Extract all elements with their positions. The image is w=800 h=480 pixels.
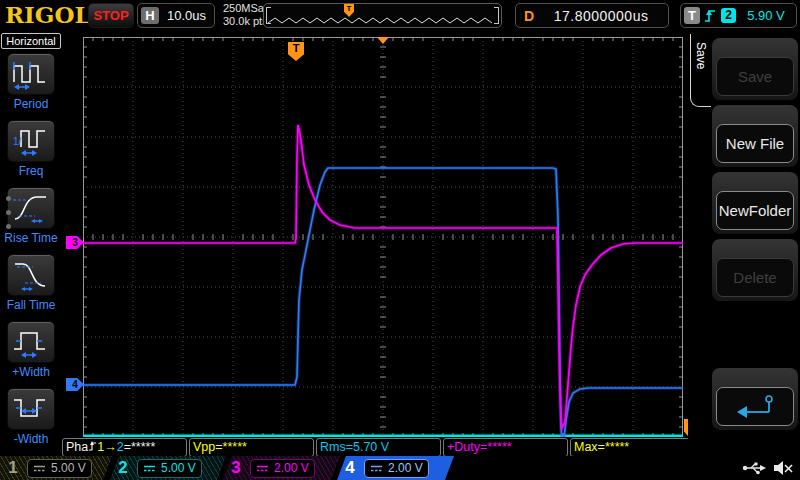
preview-wave-icon — [264, 5, 499, 26]
waveform-svg — [83, 37, 683, 437]
menu-item-minus-width[interactable]: -Width — [0, 388, 62, 454]
softkey-frame: New File — [712, 105, 798, 167]
horizontal-center-marker — [377, 37, 389, 50]
rising-edge-icon — [704, 7, 717, 24]
measurement-rms: Rms=5.70 V — [316, 438, 441, 457]
minus-width-icon — [11, 393, 51, 425]
save-button[interactable]: Save — [716, 57, 794, 96]
softkey-frame — [712, 368, 798, 430]
usb-icon — [742, 460, 766, 476]
measure-menu-title: Horizontal — [1, 33, 61, 49]
softkey-frame: Save — [712, 38, 798, 100]
return-arrow-icon — [733, 392, 777, 422]
channel4-position-marker[interactable]: 4 — [66, 378, 84, 391]
new-folder-button[interactable]: NewFolder — [716, 191, 794, 230]
channel1-status[interactable]: 1 5.00 V — [0, 456, 112, 480]
save-menu-tab[interactable]: Save — [690, 34, 711, 107]
softkey-frame: NewFolder — [712, 172, 798, 234]
horizontal-label: H — [141, 7, 159, 24]
plus-width-icon — [11, 326, 51, 358]
delay-box: D 17.8000000us — [515, 3, 669, 28]
waveform-preview: T — [263, 3, 502, 28]
rise-time-icon — [11, 192, 51, 224]
trigger-source-badge: 2 — [721, 8, 736, 23]
preview-window-bracket-right — [494, 7, 499, 24]
save-menu-panel: Save Save New File NewFolder Delete — [688, 30, 800, 456]
preview-window-bracket-left — [266, 7, 271, 24]
top-status-bar: RIGOL STOP H 10.0us 250MSa/s 30.0k pts T… — [0, 0, 800, 30]
channel-status-bar: 1 5.00 V 2 5.00 V 3 2.00 V 4 2.00 V — [0, 456, 800, 480]
new-file-button[interactable]: New File — [716, 124, 794, 163]
menu-item-plus-width[interactable]: +Width — [0, 321, 62, 387]
return-button[interactable] — [716, 387, 794, 426]
horizontal-timebase-box: H 10.0us — [137, 3, 215, 28]
trigger-label: T — [684, 7, 700, 24]
dc-coupling-icon — [33, 464, 46, 473]
dc-coupling-icon — [370, 464, 383, 473]
channel4-status[interactable]: 4 2.00 V — [337, 456, 454, 480]
svg-text:1/: 1/ — [13, 136, 22, 147]
delete-button[interactable]: Delete — [716, 258, 794, 297]
measurement-vpp: Vpp=***** — [189, 438, 314, 457]
delay-label: D — [524, 8, 534, 24]
trigger-level-value: 5.90 V — [736, 8, 796, 23]
run-state-badge: STOP — [88, 3, 134, 28]
delay-value: 17.8000000us — [534, 8, 668, 24]
fall-time-icon — [11, 259, 51, 291]
channel2-status[interactable]: 2 5.00 V — [110, 456, 226, 480]
menu-scroll-dot — [6, 224, 11, 229]
softkey-frame: Delete — [712, 239, 798, 301]
trigger-box: T 2 5.90 V — [680, 3, 797, 28]
measurement-max: Max=***** — [570, 438, 695, 457]
menu-item-fall-time[interactable]: Fall Time — [0, 254, 62, 320]
measurement-duty: +Duty=***** — [443, 438, 568, 457]
measure-menu: Horizontal Period 1/ Freq Rise Time — [0, 31, 62, 456]
dc-coupling-icon — [256, 464, 269, 473]
dc-coupling-icon — [143, 464, 156, 473]
rising-edge-icon — [88, 440, 97, 452]
speaker-muted-icon — [772, 459, 794, 477]
channel3-position-marker[interactable]: 3 — [66, 236, 84, 249]
waveform-display — [83, 37, 683, 437]
measurement-phase: Pha1→2=***** — [62, 438, 187, 457]
rigol-logo: RIGOL — [5, 1, 91, 28]
menu-scroll-dot — [6, 210, 11, 215]
menu-item-period[interactable]: Period — [0, 53, 62, 119]
timebase-value: 10.0us — [159, 8, 214, 23]
period-icon — [11, 58, 51, 90]
menu-scroll-dot — [6, 196, 11, 201]
freq-icon: 1/ — [11, 125, 51, 157]
menu-item-freq[interactable]: 1/ Freq — [0, 120, 62, 186]
channel3-status[interactable]: 3 2.00 V — [223, 456, 340, 480]
